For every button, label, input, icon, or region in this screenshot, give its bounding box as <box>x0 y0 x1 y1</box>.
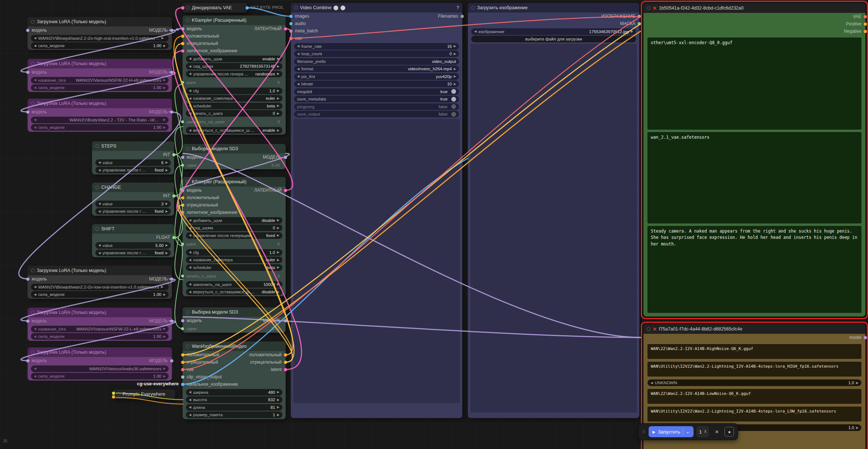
audio-input-dot[interactable] <box>289 22 293 25</box>
conditioning-output-dot[interactable] <box>284 361 287 364</box>
input-vae[interactable]: vae <box>186 367 194 372</box>
collapse-dot[interactable] <box>117 392 120 396</box>
input-model[interactable]: модель <box>31 109 47 114</box>
widget-loop-count[interactable]: ◀loop_count0▶ <box>294 50 459 57</box>
conditioning-input-dot[interactable] <box>181 353 184 357</box>
combo-left-arrow[interactable]: ◀ <box>34 335 36 338</box>
combo-left-arrow[interactable]: ◀ <box>34 367 36 370</box>
input-latent-image[interactable]: латентное_изображение <box>186 48 237 53</box>
node-lora-loader-muted-4[interactable]: Загрузчик LoRA (Только модель) модель МО… <box>28 347 172 381</box>
combo-right-arrow[interactable]: ▶ <box>163 118 166 121</box>
combo-right-arrow[interactable]: ▶ <box>165 210 168 213</box>
widget-lora-name[interactable]: ◀название_loraWAN\I2V\Various\NSFW-22-H-… <box>31 77 169 84</box>
widget-format[interactable]: ◀formatvideo/nvenc_h264-mp4▶ <box>294 66 459 72</box>
widget-sampler-name[interactable]: ◀название_сэмплераeuler▶ <box>186 95 282 102</box>
widget-noise-seed[interactable]: ◀сид_шума0▶ <box>186 224 282 231</box>
combo-right-arrow[interactable]: ▶ <box>277 398 279 402</box>
image-input-dot[interactable] <box>181 383 184 386</box>
combo-left-arrow[interactable]: ◀ <box>34 375 36 378</box>
combo-left-arrow[interactable]: ◀ <box>98 169 101 172</box>
combo-right-arrow[interactable]: ▶ <box>277 266 279 269</box>
high-noise-gguf-field[interactable]: WAN\22\Wan2.2-I2V-A14B-HighNoise-Q6_K.gg… <box>648 344 861 359</box>
combo-left-arrow[interactable]: ◀ <box>34 126 36 129</box>
node-sd3-model-sampling-1[interactable]: Выборка модели SD3 модель МОДЕЛЬ сдвиг5.… <box>183 144 286 169</box>
model-output-dot[interactable] <box>170 110 173 114</box>
combo-right-arrow[interactable]: ▶ <box>277 406 279 409</box>
widget-control-after-generate[interactable]: ◀управление после генерацииfixed▶ <box>186 232 282 239</box>
conditioning-input-dot[interactable] <box>181 361 184 364</box>
combo-left-arrow[interactable]: ◀ <box>189 390 191 394</box>
combo-right-arrow[interactable]: ▶ <box>454 67 456 71</box>
widget-control-after-generate[interactable]: ◀управление после г ...fixed▶ <box>95 208 171 215</box>
widget-sampler-name[interactable]: ◀название_сэмплераeuler▶ <box>186 257 282 263</box>
node-lora-loader-high[interactable]: Загрузчик LoRA (Только модель) модель МО… <box>28 17 172 50</box>
input-images[interactable]: images <box>294 14 309 19</box>
vae-input-dot[interactable] <box>181 368 184 371</box>
node-titlebar[interactable]: Video Combine? <box>291 3 462 13</box>
combo-left-arrow[interactable]: ◀ <box>34 293 36 296</box>
widget-batch-size[interactable]: ◀размер_пакета1▶ <box>186 411 282 418</box>
output-model[interactable]: МОДЕЛЬ <box>263 155 282 160</box>
combo-right-arrow[interactable]: ▶ <box>277 283 279 286</box>
output-model[interactable]: МОДЕЛЬ <box>149 70 168 75</box>
vhs-badge-icon-2[interactable] <box>341 6 345 10</box>
low-noise-lora-field[interactable]: WAN\Utility\I2V22\Wan2.2-Lightning_I2V-A… <box>648 407 861 421</box>
collapse-dot[interactable] <box>186 147 190 151</box>
widget-scheduler[interactable]: ◀schedulerbeta▶ <box>186 103 282 109</box>
node-titlebar[interactable]: Выборка модели SD3 <box>183 307 286 317</box>
combo-left-arrow[interactable]: ◀ <box>189 258 191 262</box>
model-input-dot[interactable] <box>26 359 29 363</box>
output-model[interactable]: МОДЕЛЬ <box>149 358 168 363</box>
combo-left-arrow[interactable]: ◀ <box>297 67 300 71</box>
output-image[interactable]: ИЗОБРАЖЕНИЕ <box>601 14 636 19</box>
combo-left-arrow[interactable]: ◀ <box>189 57 191 60</box>
spin-down-icon[interactable]: ▼ <box>704 432 706 434</box>
widget-pingpong-toggle[interactable]: pingpongfalse <box>294 103 459 110</box>
combo-right-arrow[interactable]: ▶ <box>277 57 279 60</box>
widget-save-output-toggle[interactable]: save_outputfalse <box>294 111 459 117</box>
output-int[interactable]: INT <box>163 152 170 157</box>
combo-left-arrow[interactable]: ◀ <box>189 97 191 100</box>
widget-frame-rate[interactable]: ◀frame_rate16▶ <box>294 43 459 50</box>
collapse-dot[interactable] <box>186 310 190 314</box>
combo-left-arrow[interactable]: ◀ <box>189 413 191 417</box>
combo-left-arrow[interactable]: ◀ <box>474 30 477 33</box>
node-titlebar[interactable]: Загрузчик LoRA (Только модель) <box>28 347 172 357</box>
widget-return-with-leftover-noise[interactable]: ◀вернуться_с_оставшимся_ш ...enable▶ <box>186 127 282 134</box>
output-latent[interactable]: ЛАТЕНТНЫЙ <box>254 188 282 193</box>
combo-left-arrow[interactable]: ◀ <box>98 202 101 205</box>
combo-right-arrow[interactable]: ▶ <box>277 65 279 68</box>
input-model[interactable]: модель <box>31 70 47 75</box>
chevron-down-icon[interactable]: ⌄ <box>686 429 689 434</box>
output-positive[interactable]: положительный <box>249 352 282 357</box>
node-video-combine[interactable]: Video Combine? images Filenames audio me… <box>291 3 462 418</box>
output-model[interactable]: МОДЕЛЬ <box>149 276 168 282</box>
node-lora-loader-muted-2[interactable]: Загрузчик LoRA (Только модель) модель МО… <box>28 99 172 132</box>
widget-filename-prefix[interactable]: filename_prefixvideo_output <box>294 58 459 65</box>
vae-input-dot[interactable] <box>289 37 293 40</box>
model-input-dot[interactable] <box>26 29 29 32</box>
combo-right-arrow[interactable]: ▶ <box>165 251 168 255</box>
collapse-dot[interactable] <box>186 6 190 10</box>
output-model[interactable]: model <box>849 335 862 340</box>
conditioning-input-dot[interactable] <box>181 42 184 45</box>
combo-left-arrow[interactable]: ◀ <box>189 234 191 237</box>
collapse-dot[interactable] <box>95 144 99 148</box>
widget-model-strength[interactable]: ◀сила_модели1.00▶ <box>31 333 169 340</box>
choose-file-button[interactable]: выберите файл для загрузки <box>471 36 636 42</box>
combo-right-arrow[interactable]: ▶ <box>277 219 279 222</box>
positive-input-dot[interactable] <box>112 392 115 395</box>
collapse-dot[interactable] <box>31 269 35 272</box>
combo-right-arrow[interactable]: ▶ <box>277 89 279 92</box>
combo-left-arrow[interactable]: ◀ <box>189 266 191 269</box>
int-input-dot[interactable] <box>181 243 184 245</box>
input-positive[interactable]: положительный <box>186 33 219 39</box>
combo-left-arrow[interactable]: ◀ <box>34 285 36 289</box>
node-titlebar[interactable]: KSampler (Расширенный) <box>183 177 286 187</box>
combo-right-arrow[interactable]: ▶ <box>454 75 456 78</box>
node-titlebar[interactable]: ✕1b50541a-f242-4d32-8cbd-c1dfc6d232a0 <box>643 3 865 13</box>
widget-high-lora-strength[interactable]: ◀UNKNOWN1.0▶ <box>648 379 861 386</box>
model-input-dot[interactable] <box>26 319 29 323</box>
model-output-dot[interactable] <box>170 359 173 363</box>
combo-right-arrow[interactable]: ▶ <box>163 78 166 82</box>
